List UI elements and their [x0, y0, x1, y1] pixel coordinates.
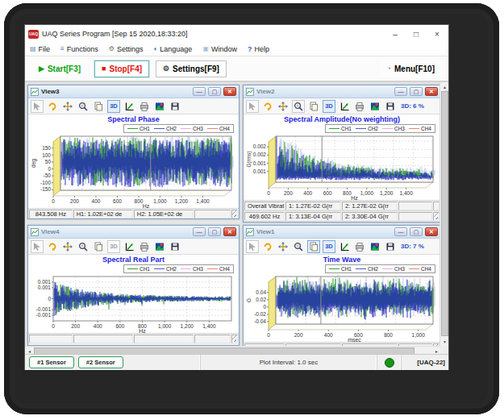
zoom-icon[interactable]	[77, 100, 90, 113]
chart-title: Spectral Amplitude(No weighting)	[244, 114, 440, 124]
axes-icon[interactable]	[338, 240, 351, 253]
select-arrow-icon[interactable]	[31, 240, 44, 253]
sensor2-button[interactable]: #2 Sensor	[78, 356, 123, 368]
pan-icon[interactable]	[61, 100, 74, 113]
help-icon: ?	[248, 46, 252, 52]
view-minimize-button[interactable]: —	[394, 227, 407, 236]
chart-plot-phase[interactable]: 02004006008001,0001,2001,400Hz150100500-…	[31, 134, 236, 208]
vertical-scroll-thumb[interactable]	[441, 91, 448, 336]
svg-text:G: G	[246, 298, 252, 302]
save-icon[interactable]	[384, 100, 397, 113]
view-maximize-button[interactable]: ▢	[410, 227, 423, 236]
view-title-bar[interactable]: View3—▢✕	[28, 85, 239, 98]
view-close-button[interactable]: ✕	[223, 87, 236, 96]
pan-icon[interactable]	[277, 240, 289, 253]
chart-window-icon	[31, 225, 39, 239]
start-button[interactable]: ▶ Start[F3]	[31, 60, 88, 77]
horizontal-scrollbar[interactable]: ◄ ►	[25, 346, 441, 354]
view-close-button[interactable]: ✕	[425, 227, 438, 236]
print-icon[interactable]	[138, 240, 151, 253]
zoom-icon[interactable]	[292, 100, 305, 113]
colormap-icon[interactable]	[153, 240, 166, 253]
menu-item-language[interactable]: ◐Language	[153, 45, 192, 53]
select-arrow-icon[interactable]	[31, 100, 44, 113]
save-icon[interactable]	[169, 100, 181, 113]
vertical-scrollbar[interactable]: ▲ ▼	[439, 82, 448, 346]
axes-icon[interactable]	[338, 100, 351, 113]
svg-text:1,000: 1,000	[158, 323, 172, 329]
menu-item-help[interactable]: ?Help	[248, 45, 269, 53]
view-minimize-button[interactable]: —	[193, 87, 206, 96]
zoom-icon[interactable]	[77, 240, 90, 253]
menu-item-functions[interactable]: ≡Functions	[60, 45, 98, 53]
refresh-icon[interactable]	[46, 100, 59, 113]
pan-icon[interactable]	[277, 100, 289, 113]
select-arrow-icon[interactable]	[246, 240, 259, 253]
refresh-icon[interactable]	[261, 240, 274, 253]
pan-icon[interactable]	[61, 240, 74, 253]
horizontal-scroll-thumb[interactable]	[34, 347, 414, 354]
copy-page-icon[interactable]	[307, 240, 320, 253]
chart-legend: CH1CH2CH3CH4	[123, 124, 234, 133]
minimize-button[interactable]: –	[387, 27, 403, 40]
view-close-button[interactable]: ✕	[223, 227, 236, 236]
view-maximize-button[interactable]: ▢	[410, 87, 423, 96]
colormap-icon[interactable]	[153, 100, 166, 113]
scrollbar-corner	[439, 346, 448, 354]
legend-item-ch3: CH3	[382, 126, 405, 131]
view-maximize-button[interactable]: ▢	[208, 227, 221, 236]
mdi-client-area: View1—▢✕3D3D: 7 %Time WaveCH1CH2CH3CH402…	[25, 81, 448, 354]
save-icon[interactable]	[169, 240, 181, 253]
menu-item-settings[interactable]: ⚙Settings	[109, 45, 144, 53]
axes-icon[interactable]	[123, 100, 135, 113]
chart-plot-spectrum[interactable]: 02004006008001,0001,2001,400Hz0.0020.002…	[246, 134, 438, 200]
3d-toggle-button[interactable]: 3D	[323, 240, 335, 253]
maximize-button[interactable]: □	[408, 27, 424, 40]
colormap-icon[interactable]	[369, 100, 381, 113]
select-arrow-icon[interactable]	[246, 100, 259, 113]
menu-item-window[interactable]: ▣Window	[202, 45, 237, 53]
settings-button[interactable]: ⚙ Settings[F9]	[156, 60, 227, 77]
resize-grip[interactable]	[231, 210, 236, 217]
chart-plot-time[interactable]: 02004006008001,000msec0.040.020-0.02-0.0…	[246, 274, 438, 342]
scroll-up-icon[interactable]: ▲	[440, 82, 448, 91]
view-title-bar[interactable]: View1—▢✕	[244, 226, 440, 239]
refresh-icon[interactable]	[46, 240, 59, 253]
view-toolbar: 3D	[28, 239, 239, 255]
colormap-icon[interactable]	[369, 240, 381, 253]
svg-text:1,400: 1,400	[399, 190, 413, 196]
view-title-bar[interactable]: View4—▢✕	[28, 226, 239, 239]
view-minimize-button[interactable]: —	[193, 227, 206, 236]
svg-text:0: 0	[48, 166, 51, 172]
view-close-button[interactable]: ✕	[425, 87, 438, 96]
zoom-icon[interactable]	[292, 240, 305, 253]
scroll-down-icon[interactable]: ▼	[440, 337, 448, 346]
svg-text:0: 0	[263, 304, 266, 310]
copy-page-icon[interactable]	[92, 240, 105, 253]
menu-f10-button[interactable]: ◔ Menu[F10]	[380, 60, 442, 77]
menu-item-file[interactable]: ▤File	[30, 45, 50, 53]
copy-page-icon[interactable]	[92, 100, 105, 113]
view-maximize-button[interactable]: ▢	[208, 87, 221, 96]
status-cell	[29, 335, 73, 343]
axes-icon[interactable]	[123, 240, 135, 253]
resize-grip[interactable]	[231, 335, 236, 342]
resize-grip[interactable]	[433, 213, 438, 219]
3d-toggle-button[interactable]: 3D	[323, 100, 335, 113]
plot-interval-label: Plot Interval: 1.0 sec	[260, 359, 318, 366]
refresh-icon[interactable]	[261, 100, 274, 113]
scroll-left-icon[interactable]: ◄	[25, 347, 34, 354]
save-icon[interactable]	[384, 240, 397, 253]
close-button[interactable]: ×	[429, 27, 445, 40]
print-icon[interactable]	[353, 240, 366, 253]
3d-toggle-button[interactable]: 3D	[107, 100, 120, 113]
stop-button[interactable]: ■ Stop[F4]	[94, 60, 149, 77]
print-icon[interactable]	[138, 100, 151, 113]
3d-toggle-button[interactable]: 3D	[107, 240, 120, 253]
view-title-bar[interactable]: View2—▢✕	[244, 85, 440, 98]
sensor1-button[interactable]: #1 Sensor	[29, 356, 74, 368]
copy-page-icon[interactable]	[307, 100, 320, 113]
print-icon[interactable]	[353, 100, 366, 113]
view-minimize-button[interactable]: —	[394, 87, 407, 96]
chart-plot-real[interactable]: 02004006008001,0001,2001,400Hz0.0010.001…	[31, 274, 236, 333]
